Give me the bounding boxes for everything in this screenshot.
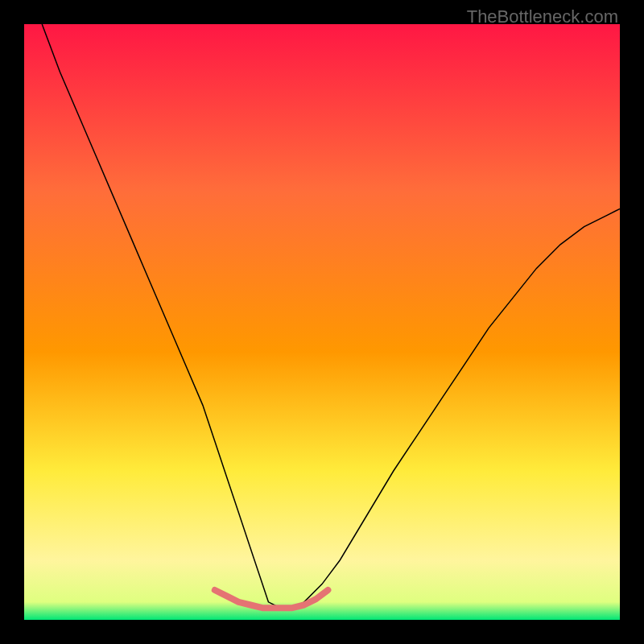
watermark-text: TheBottleneck.com	[467, 6, 618, 27]
gradient-background	[24, 24, 620, 620]
chart-svg	[24, 24, 620, 620]
chart-plot-area	[24, 24, 620, 620]
